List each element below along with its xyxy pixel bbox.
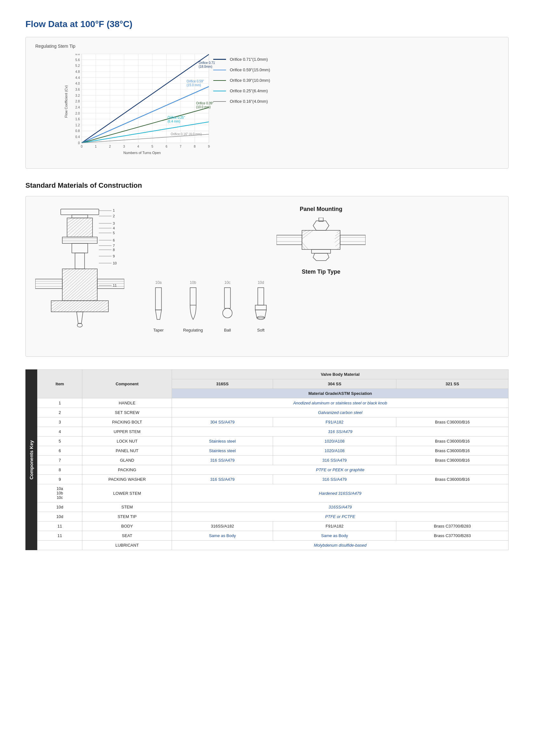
value-cell: Anodized aluminum or stainless steel or … <box>172 398 509 408</box>
svg-text:3.6: 3.6 <box>75 88 80 91</box>
value-cell: Hardened 316SS/A479 <box>172 484 509 502</box>
svg-text:2: 2 <box>113 214 115 218</box>
svg-rect-157 <box>97 279 124 288</box>
svg-line-179 <box>335 242 340 246</box>
stem-tip-10b: 10b Regulating <box>183 280 203 333</box>
table-row: 6 PANEL NUT Stainless steel 1020/A108 Br… <box>38 446 509 456</box>
component-cell: PACKING BOLT <box>82 418 172 427</box>
stem-tip-area: Stem Tip Type 10a Taper <box>143 269 499 333</box>
svg-text:6: 6 <box>113 238 115 242</box>
svg-text:5: 5 <box>151 145 153 148</box>
svg-line-85 <box>86 232 92 237</box>
svg-text:5.6: 5.6 <box>75 58 80 62</box>
stem-tip-10a-name: Taper <box>150 328 167 333</box>
svg-rect-93 <box>62 237 97 243</box>
ss304-cell: 316 SS/A479 <box>273 456 396 465</box>
legend-item-2: Orifice 0.59"(15.0mm) <box>213 68 270 72</box>
col-header-item: Item <box>38 370 82 398</box>
components-table-wrapper: Item Component Valve Body Material 316SS… <box>37 369 509 550</box>
svg-line-149 <box>96 302 108 312</box>
component-cell: SET SCREW <box>82 408 172 418</box>
svg-rect-98 <box>72 243 88 253</box>
svg-line-75 <box>67 218 75 223</box>
ss321-cell: Brass C36000/B16 <box>396 437 509 446</box>
svg-line-113 <box>62 269 86 290</box>
svg-text:10: 10 <box>113 261 117 265</box>
svg-line-144 <box>80 301 94 312</box>
svg-text:6: 6 <box>165 145 167 148</box>
item-cell: 3 <box>38 418 82 427</box>
svg-text:1.6: 1.6 <box>75 118 80 121</box>
value-cell: PTFE or PCTFE <box>172 512 509 522</box>
item-cell: 2 <box>38 408 82 418</box>
table-row: LUBRICANT Molybdenum disulfide-based <box>38 541 509 550</box>
material-grade-header: Material Grade/ASTM Speciation <box>172 389 509 398</box>
item-cell: 11 <box>38 522 82 531</box>
svg-text:0: 0 <box>81 145 83 148</box>
svg-text:1: 1 <box>113 208 115 212</box>
ss304-cell: 316 SS/A479 <box>273 475 396 484</box>
stem-tip-10c-code: 10c <box>219 280 236 285</box>
svg-line-122 <box>80 286 97 301</box>
svg-text:(10.0 mm): (10.0 mm) <box>196 105 211 109</box>
svg-text:6.0: 6.0 <box>75 54 80 56</box>
legend-text-2: Orifice 0.59"(15.0mm) <box>230 68 270 72</box>
y-axis-label: Flow Coefficient (Cv) <box>64 85 68 118</box>
svg-rect-181 <box>340 235 366 245</box>
svg-text:Orifice 0.16"  (4.0 mm): Orifice 0.16" (4.0 mm) <box>171 132 201 136</box>
svg-line-115 <box>62 269 92 297</box>
regulating-tip-svg <box>184 286 202 324</box>
svg-line-137 <box>58 301 72 312</box>
svg-text:3: 3 <box>113 222 115 225</box>
table-row: 5 LOCK NUT Stainless steel 1020/A108 Bra… <box>38 437 509 446</box>
value-cell: Galvanized carbon steel <box>172 408 509 418</box>
svg-line-148 <box>92 301 107 312</box>
svg-text:9: 9 <box>113 254 115 258</box>
item-cell: 10d <box>38 512 82 522</box>
table-row: 11 BODY 316SS/A182 F91/A182 Brass C37700… <box>38 522 509 531</box>
svg-text:4.4: 4.4 <box>75 76 80 80</box>
svg-text:0.8: 0.8 <box>75 129 80 133</box>
item-cell: 11 <box>38 531 82 541</box>
table-row: 2 SET SCREW Galvanized carbon steel <box>38 408 509 418</box>
component-cell: HANDLE <box>82 398 172 408</box>
item-cell: 1 <box>38 398 82 408</box>
ss321-cell: Brass C36000/B16 <box>396 475 509 484</box>
svg-line-82 <box>77 223 92 237</box>
svg-rect-166 <box>302 230 340 250</box>
ss316-cell: 316 SS/A479 <box>172 475 273 484</box>
svg-line-74 <box>67 218 72 220</box>
svg-text:Orifice 0.25": Orifice 0.25" <box>167 116 185 119</box>
table-row: 10a 10b 10c LOWER STEM Hardened 316SS/A4… <box>38 484 509 502</box>
materials-section: 1 2 <box>25 196 509 357</box>
svg-line-180 <box>337 247 340 250</box>
value-cell: PTFE or PEEK or graphite <box>172 465 509 475</box>
svg-line-146 <box>86 301 100 312</box>
component-cell: PACKING <box>82 465 172 475</box>
svg-line-133 <box>51 301 59 306</box>
svg-rect-103 <box>75 253 85 269</box>
component-cell: BODY <box>82 522 172 531</box>
ss316-cell: 316 SS/A479 <box>172 456 273 465</box>
svg-text:5: 5 <box>113 231 115 235</box>
svg-text:2.4: 2.4 <box>75 106 80 109</box>
svg-rect-67 <box>61 209 99 215</box>
svg-text:7: 7 <box>180 145 182 148</box>
ss304-cell: F91/A182 <box>273 522 396 531</box>
valve-cross-section-svg: 1 2 <box>35 206 124 346</box>
svg-marker-167 <box>313 221 329 230</box>
chart-subtitle: Regulating Stem Tip <box>35 43 499 49</box>
value-cell: 316SS/A479 <box>172 502 509 512</box>
svg-text:5.2: 5.2 <box>75 64 80 68</box>
svg-point-190 <box>223 308 232 318</box>
legend-text-5: Orifice 0.16"(4.0mm) <box>230 99 267 104</box>
svg-text:Orifice 0.59": Orifice 0.59" <box>187 80 204 83</box>
svg-text:8: 8 <box>113 248 115 252</box>
component-cell: LOCK NUT <box>82 437 172 446</box>
stem-tip-10d: 10d Soft <box>252 280 269 333</box>
materials-diagrams: 1 2 <box>35 206 499 347</box>
table-row: 11 SEAT Same as Body Same as Body Brass … <box>38 531 509 541</box>
svg-line-135 <box>51 301 65 312</box>
item-cell: 10d <box>38 502 82 512</box>
table-row: 9 PACKING WASHER 316 SS/A479 316 SS/A479… <box>38 475 509 484</box>
